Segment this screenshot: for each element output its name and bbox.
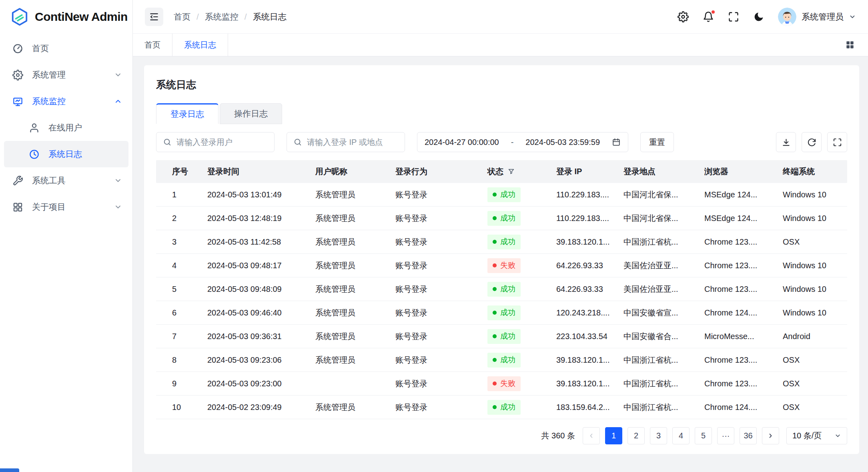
pagination-pages: 12345···36 [605, 427, 757, 444]
login-ip-search[interactable] [287, 132, 405, 152]
page-ellipsis-button[interactable]: ··· [717, 427, 734, 444]
sidebar-item-system-tools[interactable]: 系统工具 [0, 167, 132, 194]
main-area: 首页 / 系统监控 / 系统日志 [133, 0, 868, 472]
next-page-button[interactable] [762, 427, 779, 444]
cell-login-time: 2024-05-02 23:09:49 [207, 403, 315, 412]
cell-behavior: 账号登录 [395, 213, 487, 224]
cell-nickname: 系统管理员 [315, 355, 395, 366]
login-user-input[interactable] [176, 138, 268, 147]
table-row: 62024-05-03 09:46:40系统管理员账号登录成功120.243.2… [156, 301, 847, 325]
breadcrumb-separator: / [196, 12, 199, 22]
monitor-icon [12, 96, 23, 107]
status-dot-icon [493, 287, 497, 291]
breadcrumb-home[interactable]: 首页 [174, 11, 190, 22]
sidebar-item-home[interactable]: 首页 [0, 35, 132, 62]
table-row: 52024-05-03 09:48:09系统管理员账号登录成功64.226.93… [156, 277, 847, 301]
sidebar-item-system-monitor[interactable]: 系统监控 [0, 88, 132, 114]
page-size-select[interactable]: 10 条/页 [786, 427, 847, 444]
dark-mode-button[interactable] [753, 11, 765, 23]
cell-nickname: 系统管理员 [315, 331, 395, 342]
tab-label: 登录日志 [170, 108, 204, 120]
sidebar-item-label: 在线用户 [48, 122, 122, 133]
refresh-icon [807, 138, 816, 147]
gear-icon [12, 70, 23, 80]
filter-icon[interactable] [507, 168, 515, 175]
cell-os: OSX [783, 403, 847, 412]
sidebar-item-about[interactable]: 关于项目 [0, 194, 132, 220]
pagination: 共 360 条 12345···36 10 条/页 [156, 427, 847, 444]
prev-page-button[interactable] [583, 427, 600, 444]
login-ip-input[interactable] [307, 138, 398, 147]
chevron-right-icon [767, 432, 774, 440]
avatar [778, 8, 796, 26]
cell-ip: 64.226.93.33 [556, 261, 623, 270]
sidebar-item-online-users[interactable]: 在线用户 [0, 114, 132, 141]
download-icon [782, 138, 791, 147]
sidebar-item-label: 关于项目 [32, 201, 105, 213]
col-header-login-time: 登录时间 [207, 166, 315, 177]
col-header-index: 序号 [172, 166, 207, 177]
tabbar-actions [844, 34, 868, 56]
cell-browser: MicroMesse... [704, 332, 783, 341]
status-dot-icon [493, 334, 497, 338]
grid-icon [845, 40, 855, 50]
refresh-button[interactable] [802, 132, 822, 152]
tab-home[interactable]: 首页 [133, 34, 172, 56]
cell-browser: Chrome 123.... [704, 237, 783, 247]
cell-nickname: 系统管理员 [315, 260, 395, 271]
topbar-actions: 系统管理员 [677, 8, 856, 26]
page-button[interactable]: 5 [695, 427, 712, 444]
page-button[interactable]: 4 [672, 427, 690, 444]
cell-index: 6 [172, 308, 207, 317]
sidebar-item-label: 系统日志 [48, 149, 118, 160]
cell-nickname: 系统管理员 [315, 237, 395, 247]
cell-index: 1 [172, 190, 207, 199]
dashboard-icon [12, 43, 23, 54]
tab-operation-log[interactable]: 操作日志 [220, 103, 282, 124]
reset-button[interactable]: 重置 [640, 132, 674, 152]
user-name: 系统管理员 [802, 11, 844, 22]
breadcrumb-system-monitor[interactable]: 系统监控 [205, 11, 239, 22]
cell-location: 中国浙江省杭... [623, 355, 704, 366]
login-user-search[interactable] [156, 132, 275, 152]
notifications-button[interactable] [702, 11, 714, 23]
cell-behavior: 账号登录 [395, 237, 487, 247]
table-row: 42024-05-03 09:48:17系统管理员账号登录失败64.226.93… [156, 254, 847, 277]
tab-system-log[interactable]: 系统日志 [172, 34, 228, 56]
sidebar-item-system-management[interactable]: 系统管理 [0, 62, 132, 88]
tab-list-button[interactable] [844, 39, 856, 51]
status-badge: 成功 [487, 211, 521, 226]
status-dot-icon [493, 193, 497, 197]
page-button[interactable]: 36 [740, 427, 757, 444]
sidebar-collapse-button[interactable] [145, 8, 163, 26]
cell-status: 成功 [487, 353, 556, 368]
table-header: 序号 登录时间 用户昵称 登录行为 状态 登录 IP 登录地点 浏览器 终端系统 [156, 160, 847, 183]
cell-browser: MSEdge 124... [704, 190, 783, 199]
page-button[interactable]: 3 [650, 427, 667, 444]
clock-icon [29, 149, 40, 160]
sidebar: ContiNew Admin 首页 系统管理 系统监控 在线用户 [0, 0, 133, 472]
sidebar-item-system-log[interactable]: 系统日志 [4, 141, 128, 167]
cell-ip: 110.229.183.... [556, 190, 623, 199]
app-logo[interactable]: ContiNew Admin [0, 0, 132, 34]
tab-login-log[interactable]: 登录日志 [156, 103, 219, 124]
fullscreen-button[interactable] [728, 11, 740, 23]
page-button[interactable]: 1 [605, 427, 622, 444]
export-button[interactable] [776, 132, 796, 152]
cell-os: Windows 10 [783, 214, 847, 223]
cell-location: 美国佐治亚亚... [623, 284, 704, 295]
user-icon [29, 123, 40, 133]
page-button[interactable]: 2 [627, 427, 645, 444]
page-tabbar: 首页 系统日志 [133, 34, 868, 56]
cell-behavior: 账号登录 [395, 402, 487, 413]
cell-login-time: 2024-05-03 09:23:06 [207, 356, 315, 365]
cell-index: 10 [172, 403, 207, 412]
chevron-down-icon [834, 432, 841, 439]
bottom-left-accent [0, 468, 19, 472]
settings-button[interactable] [677, 11, 689, 23]
user-menu[interactable]: 系统管理员 [778, 8, 856, 26]
cell-ip: 110.229.183.... [556, 214, 623, 223]
date-range-picker[interactable]: 2024-04-27 00:00:00 - 2024-05-03 23:59:5… [417, 132, 628, 152]
table-fullscreen-button[interactable] [827, 132, 847, 152]
cell-os: Windows 10 [783, 285, 847, 294]
